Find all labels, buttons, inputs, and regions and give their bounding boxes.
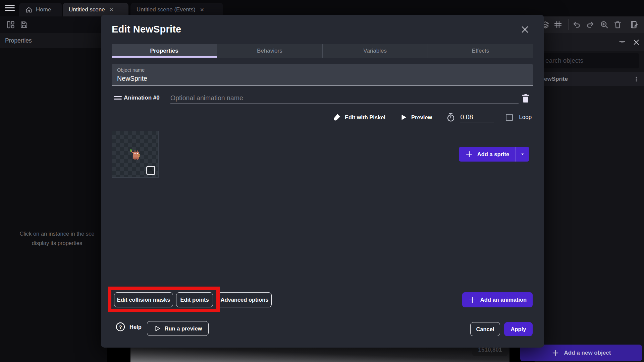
edit-with-piskel-button[interactable]: Edit with Piskel	[332, 113, 385, 122]
timer-icon	[446, 112, 455, 122]
apply-button[interactable]: Apply	[504, 322, 533, 336]
tab-variables[interactable]: Variables	[322, 44, 428, 58]
objects-panel: ewSprite	[535, 33, 644, 362]
add-new-object-label: Add a new object	[564, 350, 611, 356]
tab-properties[interactable]: Properties	[112, 44, 217, 58]
tab-untitled-scene[interactable]: Untitled scene ×	[63, 3, 128, 16]
sprite-frame-thumbnail[interactable]	[112, 131, 159, 178]
search-objects-field[interactable]	[541, 53, 639, 68]
edit-collision-masks-button[interactable]: Edit collision masks	[114, 292, 173, 307]
run-preview-button[interactable]: Run a preview	[147, 321, 209, 336]
tab-untitled-scene-events[interactable]: Untitled scene (Events) ×	[130, 3, 223, 16]
object-name-value: NewSprite	[117, 75, 147, 82]
save-icon[interactable]	[19, 20, 29, 29]
close-dialog-icon[interactable]	[520, 25, 530, 34]
tab-home-label: Home	[36, 6, 51, 13]
layout-columns-icon[interactable]	[6, 20, 15, 29]
zoom-in-icon[interactable]	[600, 20, 609, 29]
play-icon	[399, 113, 408, 121]
hamburger-icon	[5, 5, 15, 6]
edit-sprite-dialog: Edit NewSprite Properties Behaviors Vari…	[101, 15, 544, 348]
plus-icon	[468, 296, 476, 304]
play-outline-icon	[154, 325, 161, 332]
properties-empty-message: Click on an instance in the sce display …	[7, 229, 107, 248]
close-panel-icon[interactable]	[633, 39, 640, 46]
brush-icon	[332, 113, 341, 122]
tab-behaviors[interactable]: Behaviors	[217, 44, 322, 58]
help-icon: ?	[115, 322, 125, 332]
tab-home[interactable]: Home	[19, 3, 62, 16]
cancel-button[interactable]: Cancel	[470, 322, 500, 336]
drag-handle-icon[interactable]	[114, 96, 122, 101]
properties-panel-title: Properties	[5, 37, 32, 44]
toolbar-separator	[568, 19, 569, 30]
add-sprite-dropdown[interactable]	[516, 147, 529, 162]
time-between-frames-input[interactable]	[460, 112, 494, 122]
svg-text:?: ?	[119, 324, 122, 330]
properties-panel: Properties Click on an instance in the s…	[0, 33, 107, 362]
tab-effects[interactable]: Effects	[428, 44, 533, 58]
close-tab-icon[interactable]: ×	[200, 6, 204, 13]
edit-scene-properties-icon[interactable]	[630, 20, 639, 29]
filter-icon[interactable]	[618, 38, 626, 46]
animation-row: Animation #0	[112, 93, 533, 106]
scene-canvas-sheet[interactable]	[130, 348, 509, 362]
add-animation-label: Add an animation	[480, 297, 527, 303]
chevron-down-icon	[520, 152, 525, 157]
preview-button[interactable]: Preview	[399, 113, 432, 121]
redo-icon[interactable]	[586, 20, 595, 29]
help-label: Help	[129, 324, 142, 330]
tab-scene-label: Untitled scene	[69, 6, 105, 13]
pig-sprite-image	[126, 146, 145, 165]
object-list-item[interactable]: ewSprite	[535, 72, 644, 86]
loop-label: Loop	[519, 114, 532, 121]
dialog-tab-bar: Properties Behaviors Variables Effects	[112, 44, 533, 58]
add-sprite-label: Add a sprite	[477, 151, 509, 158]
animation-label: Animation #0	[124, 95, 160, 101]
add-sprite-button[interactable]: Add a sprite	[459, 147, 529, 162]
objects-panel-header	[535, 33, 644, 51]
animation-name-input[interactable]	[170, 93, 519, 104]
properties-panel-header: Properties	[0, 33, 107, 48]
object-name-label: Object name	[117, 67, 145, 73]
frame-select-checkbox[interactable]	[146, 166, 155, 175]
advanced-options-button[interactable]: Advanced options	[217, 292, 272, 307]
help-button[interactable]: ? Help	[115, 322, 142, 332]
plus-icon	[551, 349, 559, 357]
main-menu-button[interactable]	[5, 5, 15, 12]
kebab-menu-icon[interactable]	[633, 76, 639, 82]
tab-events-label: Untitled scene (Events)	[137, 6, 196, 13]
toolbar-separator	[626, 19, 626, 30]
animation-name-field[interactable]	[170, 93, 519, 104]
dialog-title: Edit NewSprite	[112, 24, 181, 35]
undo-icon[interactable]	[572, 20, 581, 29]
animation-controls-row: Edit with Piskel Preview Loop	[332, 111, 533, 124]
home-icon	[25, 6, 33, 13]
plus-icon	[465, 150, 473, 158]
search-objects-input[interactable]	[541, 53, 639, 68]
top-tab-bar: Home Untitled scene × Untitled scene (Ev…	[0, 0, 644, 16]
delete-animation-icon[interactable]	[521, 93, 530, 103]
object-list-item-label: ewSprite	[544, 76, 568, 82]
edit-points-button[interactable]: Edit points	[176, 292, 213, 307]
trash-icon[interactable]	[613, 20, 622, 29]
close-tab-icon[interactable]: ×	[110, 6, 113, 13]
loop-checkbox[interactable]	[506, 114, 513, 121]
grid-icon[interactable]	[553, 20, 562, 29]
add-animation-button[interactable]: Add an animation	[462, 292, 533, 307]
object-name-field[interactable]: Object name NewSprite	[112, 64, 533, 86]
gdevelop-app: Home Untitled scene × Untitled scene (Ev…	[0, 0, 644, 362]
run-preview-label: Run a preview	[165, 325, 202, 332]
